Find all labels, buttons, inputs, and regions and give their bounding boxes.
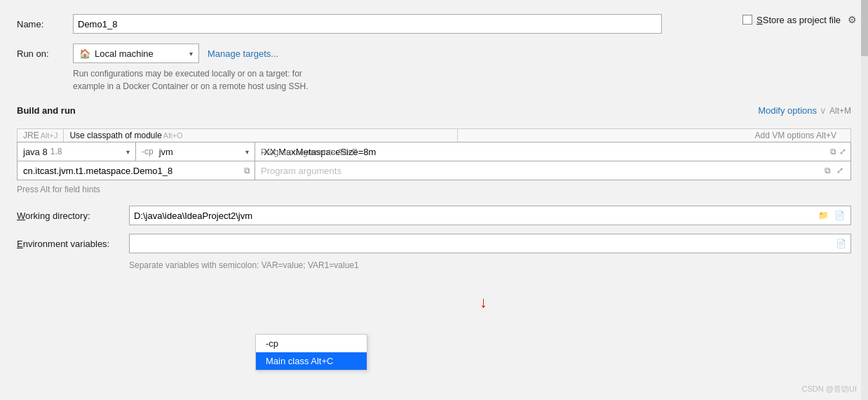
gear-icon[interactable]: ⚙ [848, 14, 857, 25]
prog-args-placeholder: Program arguments [261, 166, 341, 176]
csdn-watermark: CSDN @音叻UI [802, 384, 857, 394]
prog-args-copy-icon[interactable]: ⧉ [823, 164, 832, 177]
press-alt-hint: Press Alt for field hints [17, 185, 851, 194]
scrollbar[interactable] [861, 0, 868, 400]
classpath-label-text: Use classpath of module [69, 131, 161, 140]
main-class-input[interactable] [20, 164, 243, 178]
modify-shortcut: Alt+M [829, 106, 851, 116]
working-directory-input[interactable] [134, 211, 814, 221]
run-on-machine-text: Local machine [95, 48, 185, 59]
name-label: Name: [17, 19, 73, 29]
modify-options-area: Modify options ∨ Alt+M [758, 105, 851, 116]
vm-copy-icon[interactable]: ⧉ [829, 145, 838, 158]
working-directory-input-area: 📁 📄 [129, 206, 851, 225]
manage-targets-link[interactable]: Manage targets... [208, 48, 278, 59]
module-dropdown-arrow: ▾ [245, 148, 249, 156]
wd-folder-icon[interactable]: 📁 [817, 209, 830, 222]
main-class-input-area: ⧉ [17, 161, 255, 180]
run-on-hint: Run configurations may be executed local… [73, 67, 851, 93]
module-dropdown[interactable]: -cp jvm ▾ [136, 142, 255, 161]
main-and-args-row: ⧉ Program arguments ⧉ ⤢ Program argument… [17, 161, 851, 180]
red-arrow-indicator: ↓ [480, 293, 487, 312]
java-text: java 8 [23, 147, 48, 157]
module-value: jvm [156, 147, 243, 157]
prog-args-expand-icon[interactable]: ⤢ [835, 164, 845, 177]
run-on-row: Run on: 🏠 Local machine ▾ Manage targets… [17, 44, 851, 63]
name-input[interactable] [73, 14, 662, 34]
tooltip-item-main-class[interactable]: Main class Alt+C [256, 352, 367, 370]
jre-shortcut: Alt+J [41, 131, 58, 140]
cp-label: -cp [142, 147, 154, 156]
prog-args-label-right: Program arguments Alt+R [261, 147, 358, 157]
env-variables-input[interactable] [134, 239, 836, 249]
java-dropdown-arrow: ▾ [126, 148, 130, 156]
home-icon: 🏠 [79, 48, 90, 59]
build-and-run-section: Build and run Modify options ∨ Alt+M JRE… [17, 105, 851, 194]
run-on-arrow-icon: ▾ [189, 50, 193, 58]
store-checkbox[interactable] [742, 15, 752, 25]
store-as-project-row: SStore as project file ⚙ [742, 14, 857, 25]
env-variables-label: Environment variables: [17, 239, 129, 249]
environment-variables-row: Environment variables: 📄 [17, 234, 851, 253]
run-on-label: Run on: [17, 48, 73, 59]
wd-file-icon[interactable]: 📄 [833, 209, 846, 222]
prog-args-icons: ⧉ ⤢ [823, 164, 845, 177]
env-separator-hint: Separate variables with semicolon: VAR=v… [129, 260, 851, 270]
working-directory-label: Working directory: [17, 211, 129, 221]
build-and-run-title: Build and run [17, 105, 76, 116]
modify-separator: ∨ [820, 105, 827, 116]
working-directory-row: Working directory: 📁 📄 [17, 206, 851, 225]
modify-options-link[interactable]: Modify options [758, 105, 817, 116]
jre-label-text: JRE [23, 131, 39, 140]
add-vm-label: Add VM options Alt+V [755, 131, 836, 140]
run-on-dropdown[interactable]: 🏠 Local machine ▾ [73, 44, 199, 63]
classpath-label-area: Use classpath of module Alt+O [64, 128, 457, 142]
tooltip-popup: -cp Main class Alt+C [255, 334, 367, 371]
env-variables-input-area: 📄 [129, 234, 851, 253]
program-arguments-area: Program arguments ⧉ ⤢ Program arguments … [255, 161, 851, 180]
vm-expand-icon[interactable]: ⤢ [838, 145, 848, 158]
classpath-shortcut: Alt+O [163, 131, 183, 140]
java-version-dropdown[interactable]: java 8 1.8 ▾ [17, 142, 136, 161]
jre-label-area: JRE Alt+J [17, 128, 64, 142]
java-version-sub: 1.8 [50, 147, 62, 156]
env-icon[interactable]: 📄 [836, 239, 846, 248]
main-class-copy-icon[interactable]: ⧉ [243, 164, 252, 177]
store-label: SStore as project file [757, 15, 841, 25]
controls-row: java 8 1.8 ▾ -cp jvm ▾ ⧉ ⤢ [17, 142, 851, 161]
vm-options-label-area: Add VM options Alt+V [458, 128, 851, 142]
tooltip-item-cp[interactable]: -cp [256, 335, 367, 352]
wd-icons: 📁 📄 [817, 209, 846, 222]
scrollbar-thumb[interactable] [861, 0, 868, 56]
